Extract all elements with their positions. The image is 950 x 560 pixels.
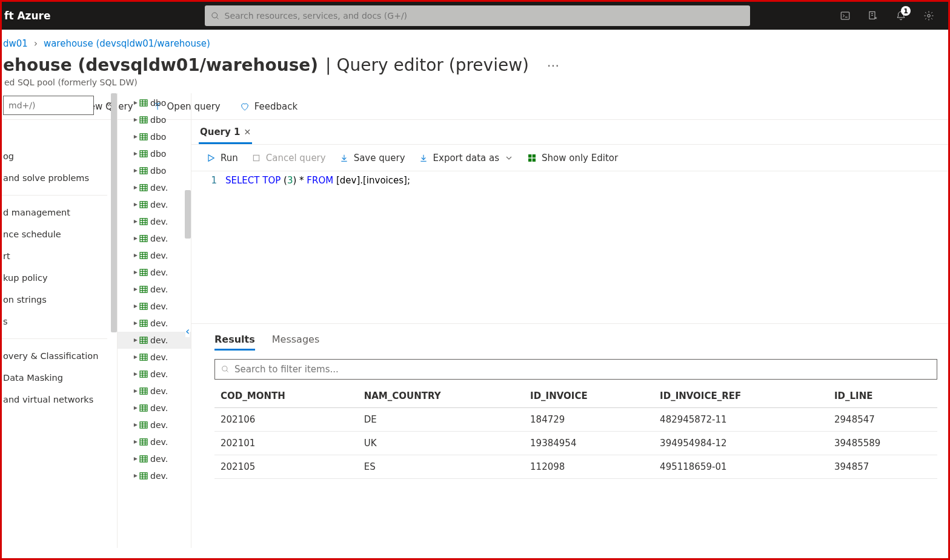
editor-code[interactable]: SELECT TOP (3) * FROM [dev].[invoices]; <box>225 171 410 323</box>
directory-filter-icon[interactable] <box>861 4 885 28</box>
command-search[interactable] <box>3 96 94 115</box>
results-filter-input[interactable] <box>234 364 931 375</box>
tree-item[interactable]: ▾dbo <box>118 162 191 179</box>
cancel-query-button[interactable]: Cancel query <box>251 153 326 163</box>
tree-item[interactable]: ▾dev. <box>118 315 191 332</box>
feedback-button[interactable]: Feedback <box>236 99 301 114</box>
show-only-editor-button[interactable]: Show only Editor <box>527 153 618 163</box>
svg-rect-95 <box>140 405 147 411</box>
sidebar-item[interactable]: og <box>2 145 117 167</box>
collapse-left-icon[interactable]: « <box>106 98 112 110</box>
tree-item-label: dev. <box>150 200 168 209</box>
show-only-label: Show only Editor <box>542 153 618 163</box>
tree-item[interactable]: ▾dev. <box>118 400 191 417</box>
tree-item[interactable]: ▾dbo <box>118 145 191 162</box>
results-filter[interactable] <box>214 359 937 380</box>
svg-point-0 <box>211 12 217 18</box>
tab-results[interactable]: Results <box>214 330 255 351</box>
table-cell: 394857 <box>828 455 937 479</box>
sidebar-item[interactable]: on strings <box>2 289 117 311</box>
svg-rect-110 <box>140 456 147 462</box>
tree-scrollbar[interactable] <box>185 190 191 239</box>
svg-rect-2 <box>841 12 849 19</box>
column-header[interactable]: COD_MONTH <box>214 384 358 408</box>
tree-item[interactable]: ▾dev. <box>118 383 191 400</box>
tree-item[interactable]: ▾dev. <box>118 332 191 349</box>
tree-item[interactable]: ▾dev. <box>118 298 191 315</box>
global-search[interactable] <box>205 5 750 26</box>
tree-item[interactable]: ▾dev. <box>118 450 191 467</box>
sidebar-item[interactable]: rt <box>2 245 117 267</box>
tree-item-label: dev. <box>150 454 168 464</box>
sidebar-item[interactable]: nce schedule <box>2 223 117 245</box>
svg-rect-40 <box>140 219 147 225</box>
tree-item[interactable]: ▾dev. <box>118 230 191 247</box>
column-header[interactable]: ID_INVOICE <box>524 384 654 408</box>
sidebar-item[interactable]: s <box>2 311 117 332</box>
tree-item[interactable]: ▾dev. <box>118 264 191 281</box>
notification-badge: 1 <box>901 6 911 16</box>
sidebar-item[interactable]: kup policy <box>2 267 117 289</box>
chevron-right-icon: ▾ <box>131 169 139 173</box>
tree-item[interactable]: ▾dev. <box>118 366 191 383</box>
page-title: ehouse (devsqldw01/warehouse) | Query ed… <box>2 51 948 76</box>
export-data-button[interactable]: Export data as <box>419 153 514 163</box>
sidebar-item[interactable]: Data Masking <box>2 367 117 389</box>
command-search-input[interactable] <box>3 96 94 115</box>
tree-item-label: dev. <box>150 301 168 311</box>
tree-item[interactable]: ▾dev. <box>118 433 191 450</box>
sidebar-item[interactable]: and virtual networks <box>2 389 117 410</box>
cloud-shell-icon[interactable] <box>833 4 857 28</box>
column-header[interactable]: NAM_COUNTRY <box>358 384 524 408</box>
column-header[interactable]: ID_LINE <box>828 384 937 408</box>
tree-item[interactable]: ▾dev. <box>118 196 191 213</box>
chevron-right-icon: ▾ <box>131 440 139 444</box>
close-icon[interactable]: ✕ <box>244 127 251 137</box>
svg-rect-133 <box>528 158 531 161</box>
global-search-input[interactable] <box>225 11 744 21</box>
tree-item[interactable]: ▾dbo <box>118 128 191 145</box>
save-query-button[interactable]: Save query <box>339 153 405 163</box>
tree-item-label: dev. <box>150 183 168 193</box>
table-row[interactable]: 202105ES112098495118659-01394857 <box>214 455 937 479</box>
chevron-right-icon: ▾ <box>131 203 139 206</box>
search-icon <box>211 12 220 21</box>
tree-item[interactable]: ▾dev. <box>118 467 191 484</box>
run-button[interactable]: Run <box>206 153 238 163</box>
chevron-right-icon: ▾ <box>131 474 139 478</box>
table-row[interactable]: 202101UK19384954394954984-1239485589 <box>214 432 937 455</box>
svg-rect-85 <box>140 371 147 377</box>
table-cell: 202106 <box>214 408 358 432</box>
collapse-results-icon[interactable]: ‹ <box>185 324 190 337</box>
tree-item[interactable]: ▾dev. <box>118 213 191 230</box>
tree-item[interactable]: ▾dev. <box>118 417 191 433</box>
notifications-icon[interactable]: 1 <box>889 4 913 28</box>
sidebar-item[interactable]: and solve problems <box>2 167 117 189</box>
tree-item[interactable]: ▾dbo <box>118 111 191 128</box>
stop-icon <box>251 153 261 163</box>
sidebar-item[interactable]: overy & Classification <box>2 345 117 367</box>
table-cell: 495118659-01 <box>654 455 828 479</box>
sql-editor[interactable]: 1 SELECT TOP (3) * FROM [dev].[invoices]… <box>191 171 948 323</box>
tree-item[interactable]: ▾dev. <box>118 247 191 264</box>
breadcrumb-item-0[interactable]: dw01 <box>3 38 28 49</box>
tree-item[interactable]: ▾dev. <box>118 349 191 366</box>
tab-messages[interactable]: Messages <box>272 330 319 351</box>
tab-query-1[interactable]: Query 1 ✕ <box>199 122 252 144</box>
tree-item[interactable]: ▾dev. <box>118 179 191 196</box>
settings-icon[interactable] <box>917 4 941 28</box>
column-header[interactable]: ID_INVOICE_REF <box>654 384 828 408</box>
tree-item[interactable]: ▾dbo <box>118 94 191 111</box>
svg-rect-70 <box>140 320 147 326</box>
svg-rect-90 <box>140 388 147 394</box>
svg-rect-105 <box>140 439 147 445</box>
tree-item[interactable]: ▾dev. <box>118 281 191 298</box>
breadcrumb-item-1[interactable]: warehouse (devsqldw01/warehouse) <box>44 38 210 49</box>
left-scrollbar[interactable] <box>111 93 117 332</box>
chevron-right-icon: ▾ <box>131 321 139 325</box>
page-title-main: ehouse (devsqldw01/warehouse) <box>3 55 318 75</box>
svg-point-135 <box>222 366 227 371</box>
sidebar-item[interactable]: d management <box>2 202 117 223</box>
more-actions-icon[interactable]: ⋯ <box>536 58 559 73</box>
table-row[interactable]: 202106DE184729482945872-112948547 <box>214 408 937 432</box>
